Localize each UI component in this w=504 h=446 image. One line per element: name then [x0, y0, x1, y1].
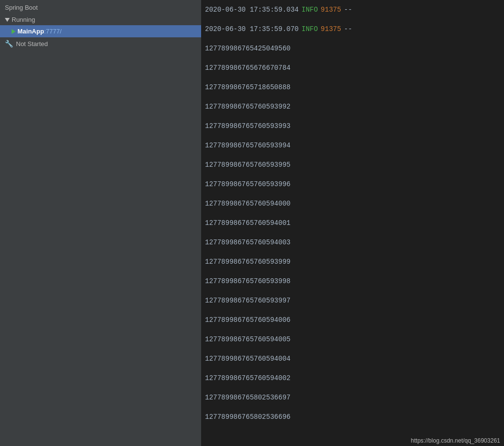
log-line: 127789986765760593996	[205, 175, 500, 194]
log-number: 127789986765760594001	[205, 213, 290, 233]
log-line: 2020-06-30 17:35:59.034INFO91375--	[205, 0, 500, 19]
not-started-item: 🔧 Not Started	[0, 37, 201, 50]
log-line: 127789986765760594000	[205, 194, 500, 213]
log-level: INFO	[301, 0, 318, 19]
sidebar-title: Spring Boot	[0, 0, 201, 14]
log-line: 127789986765760594004	[205, 349, 500, 368]
log-level: INFO	[301, 19, 318, 39]
log-number: 127789986765760594004	[205, 349, 290, 368]
log-line: 127789986765425049560	[205, 39, 500, 58]
log-number: 127789986765425049560	[205, 39, 290, 58]
run-icon	[12, 29, 16, 34]
log-timestamp: 2020-06-30 17:35:59.070	[205, 19, 299, 39]
log-separator: --	[344, 0, 352, 19]
log-line: 127789986765760593997	[205, 291, 500, 310]
log-line: 127789986765760593992	[205, 97, 500, 116]
log-number: 127789986765676670784	[205, 58, 290, 78]
log-number: 127789986765760594002	[205, 368, 290, 388]
log-number: 127789986765802536697	[205, 388, 290, 407]
log-line: 127789986765760594001	[205, 213, 500, 233]
expand-running-icon[interactable]	[5, 18, 10, 22]
log-line: 127789986765760594006	[205, 310, 500, 330]
log-line: 127789986765760593995	[205, 155, 500, 175]
log-line: 127789986765676670784	[205, 58, 500, 78]
console-output: 2020-06-30 17:35:59.034INFO91375--2020-0…	[201, 0, 504, 446]
console-panel: 2020-06-30 17:35:59.034INFO91375--2020-0…	[201, 0, 504, 446]
log-number: 127789986765760593993	[205, 116, 290, 136]
log-line: 127789986765802536697	[205, 388, 500, 407]
log-line: 2020-06-30 17:35:59.070INFO91375--	[205, 19, 500, 39]
app-name: MainApp	[17, 28, 44, 35]
wrench-icon: 🔧	[5, 40, 13, 48]
status-bar: https://blog.csdn.net/qq_36903261	[407, 435, 504, 446]
log-line: 127789986765760593994	[205, 136, 500, 155]
log-line: 127789986765760593993	[205, 116, 500, 136]
log-line: 127789986765760593999	[205, 252, 500, 271]
log-number: 127789986765760594000	[205, 194, 290, 213]
mainapp-item[interactable]: MainApp :7777/	[0, 25, 201, 37]
log-number: 127789986765760593998	[205, 271, 290, 291]
log-separator: --	[344, 19, 352, 39]
log-number: 127789986765760593996	[205, 175, 290, 194]
running-section: Running	[0, 14, 201, 25]
log-line: 127789986765760594005	[205, 330, 500, 349]
log-number: 127789986765760593997	[205, 291, 290, 310]
sidebar: Spring Boot Running MainApp :7777/ 🔧 Not…	[0, 0, 201, 446]
log-number: 127789986765760593994	[205, 136, 290, 155]
log-line: 127789986765718650888	[205, 78, 500, 97]
log-number: 127789986765760593995	[205, 155, 290, 175]
app-port: :7777/	[44, 28, 62, 35]
not-started-label: Not Started	[16, 40, 48, 48]
log-timestamp: 2020-06-30 17:35:59.034	[205, 0, 299, 19]
log-pid: 91375	[321, 19, 341, 39]
log-number: 127789986765760594006	[205, 310, 290, 330]
log-pid: 91375	[321, 0, 341, 19]
log-number: 127789986765802536696	[205, 407, 290, 427]
running-label: Running	[12, 16, 35, 23]
log-number: 127789986765760594003	[205, 233, 290, 252]
log-line: 127789986765760594003	[205, 233, 500, 252]
log-line: 127789986765760593998	[205, 271, 500, 291]
log-number: 127789986765718650888	[205, 78, 290, 97]
log-number: 127789986765760593999	[205, 252, 290, 271]
log-number: 127789986765760593992	[205, 97, 290, 116]
log-number: 127789986765760594005	[205, 330, 290, 349]
log-line: 127789986765802536696	[205, 407, 500, 427]
log-line: 127789986765760594002	[205, 368, 500, 388]
